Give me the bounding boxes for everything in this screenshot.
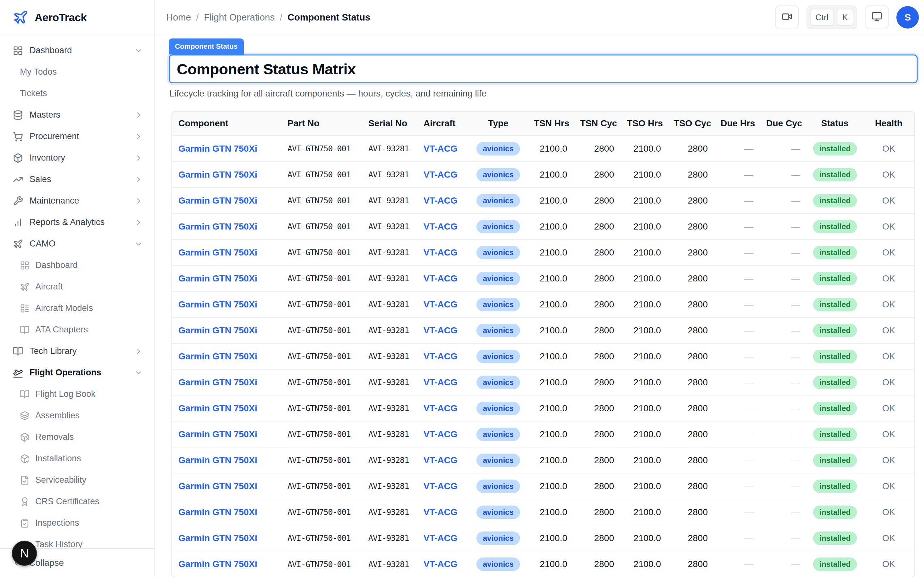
sidebar-item-reports-analytics[interactable]: Reports & Analytics [0,212,154,232]
cell-tso-cyc: 2800 [667,369,714,395]
command-shortcut-button[interactable]: CtrlK [806,5,857,29]
cell-aircraft[interactable]: VT-ACG [417,266,469,292]
sidebar-item-masters[interactable]: Masters [0,105,154,125]
cell-aircraft[interactable]: VT-ACG [417,525,469,551]
sidebar-item-flight-log-book[interactable]: Flight Log Book [0,384,154,404]
cell-aircraft[interactable]: VT-ACG [417,135,469,161]
sidebar-item-inspections[interactable]: Inspections [0,513,154,533]
cell-aircraft[interactable]: VT-ACG [417,239,469,266]
cell-component[interactable]: Garmin GTN 750Xi [172,421,281,447]
cell-tso-hrs: 2100.0 [620,395,667,421]
cell-aircraft[interactable]: VT-ACG [417,421,469,447]
sidebar-item-label: Dashboard [35,260,78,270]
cell-component[interactable]: Garmin GTN 750Xi [172,161,281,187]
sidebar-item-maintenance[interactable]: Maintenance [0,191,154,211]
sidebar-item-removals[interactable]: Removals [0,427,154,447]
sidebar-item-label: Aircraft [35,282,63,292]
cell-part-no: AVI-GTN750-001 [281,499,362,525]
cell-aircraft[interactable]: VT-ACG [417,447,469,473]
dev-mode-badge[interactable]: N [12,541,37,566]
cell-serial-no: AVI-93281 [362,135,417,161]
sidebar-item-crs-certificates[interactable]: CRS Certificates [0,492,154,512]
cell-due-cyc: — [760,421,806,447]
sidebar-item-inventory[interactable]: Inventory [0,148,154,168]
col-header-type: Type [469,111,527,135]
tab-component-status[interactable]: Component Status [169,39,244,55]
sidebar-item-aircraft[interactable]: Aircraft [0,277,154,297]
cell-component[interactable]: Garmin GTN 750Xi [172,447,281,473]
cell-type: avionics [469,135,527,161]
cell-component[interactable]: Garmin GTN 750Xi [172,318,281,343]
sidebar-item-ata-chapters[interactable]: ATA Chapters [0,319,154,340]
breadcrumb-item-home[interactable]: Home [166,12,191,23]
sidebar-item-tech-library[interactable]: Tech Library [0,341,154,361]
table-row: Garmin GTN 750XiAVI-GTN750-001AVI-93281V… [172,551,914,577]
cell-component[interactable]: Garmin GTN 750Xi [172,525,281,551]
cell-component[interactable]: Garmin GTN 750Xi [172,266,281,292]
cell-component[interactable]: Garmin GTN 750Xi [172,292,281,318]
display-button[interactable] [865,5,889,29]
sidebar-item-sales[interactable]: Sales [0,169,154,189]
clipboard-check-icon [20,518,29,528]
cell-serial-no: AVI-93281 [362,395,417,421]
cell-aircraft[interactable]: VT-ACG [417,551,469,577]
cell-health: OK [863,187,914,213]
cell-aircraft[interactable]: VT-ACG [417,343,469,369]
sidebar-item-camo[interactable]: CAMO [0,234,154,254]
trending-up-icon [13,174,23,185]
cell-serial-no: AVI-93281 [362,239,417,266]
cell-aircraft[interactable]: VT-ACG [417,292,469,318]
cell-aircraft[interactable]: VT-ACG [417,499,469,525]
cell-component[interactable]: Garmin GTN 750Xi [172,213,281,239]
cell-tso-cyc: 2800 [667,318,714,343]
cell-health: OK [863,369,914,395]
cell-tso-hrs: 2100.0 [620,292,667,318]
cell-component[interactable]: Garmin GTN 750Xi [172,499,281,525]
table-row: Garmin GTN 750XiAVI-GTN750-001AVI-93281V… [172,266,914,292]
cell-tsn-cyc: 2800 [573,239,620,266]
cell-due-cyc: — [760,161,806,187]
col-header-aircraft: Aircraft [417,111,469,135]
cell-component[interactable]: Garmin GTN 750Xi [172,473,281,499]
sidebar-item-tickets[interactable]: Tickets [0,83,154,103]
cell-status: installed [806,213,863,239]
cell-aircraft[interactable]: VT-ACG [417,369,469,395]
cell-component[interactable]: Garmin GTN 750Xi [172,239,281,266]
cell-type: avionics [469,239,527,266]
cell-component[interactable]: Garmin GTN 750Xi [172,395,281,421]
cell-aircraft[interactable]: VT-ACG [417,395,469,421]
type-badge: avionics [477,376,520,389]
cell-aircraft[interactable]: VT-ACG [417,473,469,499]
title-input[interactable]: Component Status Matrix [169,55,918,83]
avatar[interactable]: S [897,6,919,29]
sidebar-item-aircraft-models[interactable]: Aircraft Models [0,298,154,318]
cell-aircraft[interactable]: VT-ACG [417,213,469,239]
file-check-icon [20,475,29,485]
sidebar-item-assemblies[interactable]: Assemblies [0,406,154,426]
cell-aircraft[interactable]: VT-ACG [417,161,469,187]
chevron-right-icon [134,153,143,163]
sidebar-item-serviceability[interactable]: Serviceability [0,470,154,490]
cell-component[interactable]: Garmin GTN 750Xi [172,551,281,577]
cell-tso-cyc: 2800 [667,473,714,499]
cell-aircraft[interactable]: VT-ACG [417,187,469,213]
sidebar-item-installations[interactable]: Installations [0,448,154,469]
cell-component[interactable]: Garmin GTN 750Xi [172,135,281,161]
sidebar-item-procurement[interactable]: Procurement [0,126,154,147]
sidebar-item-dashboard[interactable]: Dashboard [0,40,154,61]
cell-status: installed [806,135,863,161]
cell-status: installed [806,473,863,499]
wrench-icon [13,196,23,206]
cell-component[interactable]: Garmin GTN 750Xi [172,369,281,395]
sidebar-item-dashboard[interactable]: Dashboard [0,255,154,276]
breadcrumb-item-flight-operations[interactable]: Flight Operations [204,12,275,23]
cell-component[interactable]: Garmin GTN 750Xi [172,187,281,213]
cell-serial-no: AVI-93281 [362,292,417,318]
shopping-cart-icon [13,131,23,142]
sidebar-item-my-todos[interactable]: My Todos [0,62,154,82]
cell-component[interactable]: Garmin GTN 750Xi [172,343,281,369]
sidebar-item-flight-operations[interactable]: Flight Operations [0,363,154,383]
cell-status: installed [806,343,863,369]
video-button[interactable] [775,5,799,29]
cell-aircraft[interactable]: VT-ACG [417,318,469,343]
